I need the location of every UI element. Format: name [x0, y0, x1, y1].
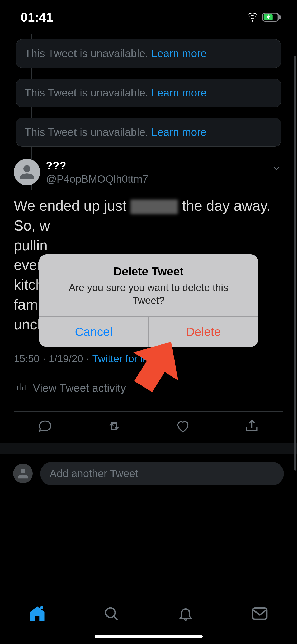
- cancel-button[interactable]: Cancel: [39, 317, 149, 347]
- alert-message: Are you sure you want to delete this Twe…: [52, 281, 245, 307]
- delete-tweet-alert: Delete Tweet Are you sure you want to de…: [39, 254, 258, 347]
- alert-title: Delete Tweet: [52, 265, 245, 278]
- delete-button[interactable]: Delete: [148, 317, 258, 347]
- alert-overlay: Delete Tweet Are you sure you want to de…: [0, 0, 297, 644]
